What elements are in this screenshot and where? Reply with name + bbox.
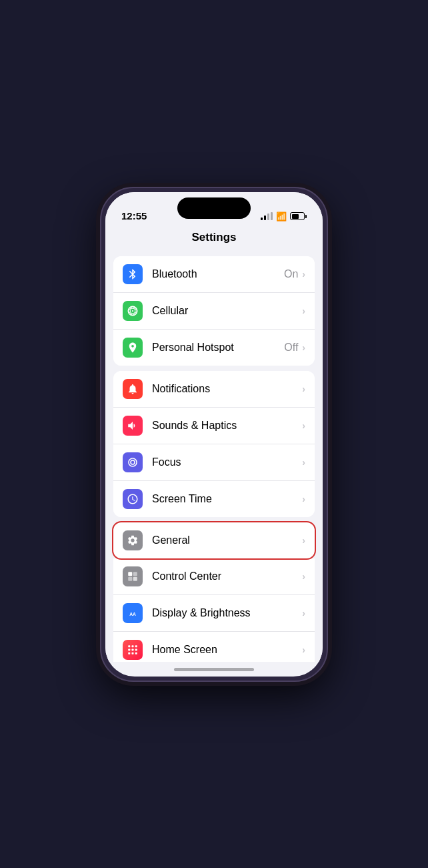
- settings-content[interactable]: Bluetooth On ›: [105, 251, 323, 662]
- svg-point-2: [132, 310, 133, 311]
- cellular-chevron: ›: [302, 306, 305, 316]
- display-chevron: ›: [302, 608, 305, 618]
- general-chevron: ›: [302, 535, 305, 546]
- hotspot-value: Off: [284, 342, 298, 354]
- svg-text:AA: AA: [129, 611, 136, 616]
- bluetooth-label: Bluetooth: [152, 268, 284, 280]
- svg-rect-9: [132, 645, 134, 647]
- controlcenter-label: Control Center: [152, 570, 302, 582]
- homescreen-label: Home Screen: [152, 644, 302, 656]
- display-icon: AA: [123, 603, 143, 623]
- svg-rect-10: [135, 645, 137, 647]
- svg-rect-11: [128, 648, 130, 650]
- display-label: Display & Brightness: [152, 607, 302, 619]
- battery-icon: [290, 212, 307, 220]
- svg-rect-15: [132, 652, 134, 654]
- sounds-label: Sounds & Haptics: [152, 420, 302, 432]
- homescreen-icon: [123, 640, 143, 660]
- hotspot-chevron: ›: [302, 342, 305, 353]
- bluetooth-chevron: ›: [302, 269, 305, 280]
- wifi-icon: 📶: [276, 211, 287, 222]
- connectivity-section: Bluetooth On ›: [113, 256, 315, 366]
- controlcenter-chevron: ›: [302, 571, 305, 582]
- bluetooth-icon: [123, 264, 143, 284]
- sounds-row[interactable]: Sounds & Haptics ›: [113, 408, 315, 444]
- screentime-label: Screen Time: [152, 493, 302, 505]
- notifications-row[interactable]: Notifications ›: [113, 371, 315, 408]
- status-icons: 📶: [261, 211, 307, 222]
- focus-label: Focus: [152, 456, 302, 468]
- general-icon: [123, 530, 143, 550]
- general-row[interactable]: General ›: [113, 522, 315, 558]
- display-row[interactable]: AA Display & Brightness ›: [113, 595, 315, 632]
- svg-rect-14: [128, 652, 130, 654]
- screentime-row[interactable]: Screen Time ›: [113, 481, 315, 517]
- svg-rect-12: [132, 648, 134, 650]
- screentime-icon: [123, 489, 143, 509]
- svg-rect-13: [135, 648, 137, 650]
- signal-bars-icon: [261, 212, 273, 220]
- hotspot-row[interactable]: Personal Hotspot Off ›: [113, 330, 315, 366]
- homescreen-row[interactable]: Home Screen ›: [113, 632, 315, 662]
- notifications-section: Notifications › Sounds & Haptics ›: [113, 371, 315, 517]
- status-bar: 12:55 📶: [105, 192, 323, 226]
- svg-rect-8: [128, 645, 130, 647]
- notifications-icon: [123, 379, 143, 399]
- focus-icon: [123, 452, 143, 472]
- cellular-row[interactable]: Cellular ›: [113, 293, 315, 330]
- screentime-chevron: ›: [302, 494, 305, 504]
- nav-title: Settings: [105, 226, 323, 251]
- controlcenter-row[interactable]: Control Center ›: [113, 558, 315, 595]
- notifications-label: Notifications: [152, 383, 302, 395]
- appearance-section: Control Center › AA Display & Brightness…: [113, 558, 315, 662]
- general-label: General: [152, 534, 302, 546]
- svg-rect-16: [135, 652, 137, 654]
- notifications-chevron: ›: [302, 384, 305, 394]
- controlcenter-icon: [123, 566, 143, 586]
- bluetooth-value: On: [284, 268, 298, 280]
- dynamic-island: [177, 197, 251, 219]
- svg-rect-5: [128, 576, 132, 580]
- status-time: 12:55: [121, 210, 147, 222]
- phone-frame: 12:55 📶 Settings: [100, 187, 328, 682]
- focus-row[interactable]: Focus ›: [113, 444, 315, 481]
- phone-screen: 12:55 📶 Settings: [105, 192, 323, 677]
- general-highlighted-container: General ›: [113, 522, 315, 558]
- sounds-chevron: ›: [302, 420, 305, 431]
- hotspot-label: Personal Hotspot: [152, 342, 284, 354]
- svg-rect-4: [133, 572, 137, 576]
- hotspot-icon: [123, 338, 143, 358]
- cellular-label: Cellular: [152, 305, 298, 317]
- bluetooth-row[interactable]: Bluetooth On ›: [113, 256, 315, 293]
- sounds-icon: [123, 416, 143, 436]
- home-bar: [174, 668, 254, 671]
- svg-rect-3: [128, 572, 132, 576]
- svg-rect-6: [133, 576, 137, 580]
- focus-chevron: ›: [302, 457, 305, 468]
- homescreen-chevron: ›: [302, 644, 305, 655]
- cellular-icon: [123, 301, 143, 321]
